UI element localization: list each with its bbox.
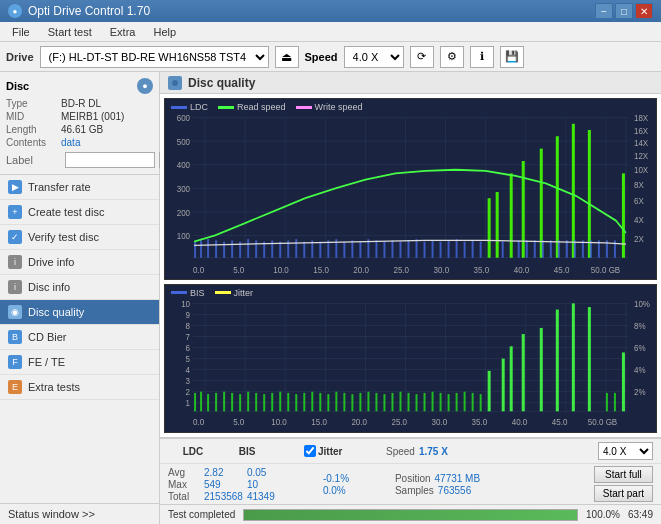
status-window-button[interactable]: Status window >>: [0, 503, 159, 524]
svg-text:25.0: 25.0: [393, 264, 409, 275]
svg-text:8: 8: [186, 320, 190, 331]
speed-select[interactable]: 4.0 X 2.0 X 1.0 X: [344, 46, 404, 68]
svg-rect-102: [588, 130, 591, 258]
start-part-button[interactable]: Start part: [594, 485, 653, 502]
speed-select-stats[interactable]: 4.0 X: [598, 442, 653, 460]
svg-rect-92: [534, 240, 536, 257]
svg-rect-181: [375, 393, 377, 411]
svg-rect-59: [279, 242, 281, 258]
svg-rect-170: [287, 393, 289, 411]
svg-rect-85: [488, 198, 491, 258]
svg-rect-107: [622, 173, 625, 257]
progress-percent: 100.0%: [586, 509, 620, 520]
extra-tests-icon: E: [8, 380, 22, 394]
maximize-button[interactable]: □: [615, 3, 633, 19]
drive-select[interactable]: (F:) HL-DT-ST BD-RE WH16NS58 TST4: [40, 46, 269, 68]
disc-icon: ●: [137, 78, 153, 94]
fe-te-icon: F: [8, 355, 22, 369]
max-ldc-value: 549: [204, 479, 221, 490]
disc-info-icon: i: [8, 280, 22, 294]
minimize-button[interactable]: −: [595, 3, 613, 19]
mid-label: MID: [6, 111, 61, 122]
svg-rect-189: [440, 393, 442, 411]
svg-rect-197: [510, 346, 513, 411]
read-speed-legend-color: [218, 106, 234, 109]
svg-rect-84: [480, 242, 482, 258]
svg-rect-74: [399, 242, 401, 258]
info-button[interactable]: ℹ: [470, 46, 494, 68]
nav-disc-quality-label: Disc quality: [28, 306, 84, 318]
max-bis-value: 10: [247, 479, 291, 490]
svg-rect-68: [351, 240, 353, 257]
nav-extra-tests[interactable]: E Extra tests: [0, 375, 159, 400]
svg-text:35.0: 35.0: [474, 264, 490, 275]
bis-header: BIS: [239, 446, 256, 457]
svg-text:1: 1: [186, 397, 190, 408]
jitter-legend-color: [215, 291, 231, 294]
svg-rect-99: [572, 124, 575, 258]
menu-help[interactable]: Help: [145, 24, 184, 40]
svg-rect-202: [588, 307, 591, 411]
total-bis-value: 41349: [247, 491, 291, 502]
jitter-header: Jitter: [318, 446, 342, 457]
progress-bar-container: [243, 509, 578, 521]
svg-rect-161: [215, 393, 217, 411]
menu-file[interactable]: File: [4, 24, 38, 40]
app-icon: ●: [8, 4, 22, 18]
samples-value: 763556: [438, 485, 471, 496]
svg-rect-174: [319, 393, 321, 411]
save-button[interactable]: 💾: [500, 46, 524, 68]
svg-rect-179: [359, 393, 361, 411]
svg-text:10.0: 10.0: [273, 264, 289, 275]
svg-rect-201: [572, 303, 575, 411]
nav-create-test-disc[interactable]: + Create test disc: [0, 200, 159, 225]
refresh-button[interactable]: ⟳: [410, 46, 434, 68]
drive-info-icon: i: [8, 255, 22, 269]
length-value: 46.61 GB: [61, 124, 103, 135]
nav-fe-te[interactable]: F FE / TE: [0, 350, 159, 375]
ldc-legend-color: [171, 106, 187, 109]
menu-extra[interactable]: Extra: [102, 24, 144, 40]
status-text: Test completed: [168, 509, 235, 520]
svg-rect-75: [407, 240, 409, 257]
nav-fe-te-label: FE / TE: [28, 356, 65, 368]
nav-transfer-rate[interactable]: ▶ Transfer rate: [0, 175, 159, 200]
start-full-button[interactable]: Start full: [594, 466, 653, 483]
nav-cd-bier[interactable]: B CD Bier: [0, 325, 159, 350]
svg-text:300: 300: [177, 183, 190, 194]
write-speed-legend-color: [296, 106, 312, 109]
eject-button[interactable]: ⏏: [275, 46, 299, 68]
svg-rect-199: [540, 328, 543, 411]
contents-label: Contents: [6, 137, 61, 148]
menu-start-test[interactable]: Start test: [40, 24, 100, 40]
quality-header-icon: [168, 76, 182, 90]
svg-text:6X: 6X: [634, 196, 644, 207]
svg-rect-71: [375, 240, 377, 257]
nav-drive-info[interactable]: i Drive info: [0, 250, 159, 275]
svg-text:7: 7: [186, 331, 190, 342]
nav-disc-info[interactable]: i Disc info: [0, 275, 159, 300]
svg-text:9: 9: [186, 309, 190, 320]
nav-verify-test-disc[interactable]: ✓ Verify test disc: [0, 225, 159, 250]
jitter-checkbox[interactable]: [304, 445, 316, 457]
svg-text:6%: 6%: [634, 342, 646, 353]
nav-disc-quality[interactable]: ◉ Disc quality: [0, 300, 159, 325]
svg-rect-198: [522, 334, 525, 411]
chart2-svg: 10 9 8 7 6 5 4 3 2 1 10% 8% 6% 4% 2%: [165, 285, 656, 432]
total-label: Total: [168, 491, 200, 502]
right-panel: Disc quality LDC Read speed: [160, 72, 661, 524]
svg-rect-191: [456, 393, 458, 411]
label-input[interactable]: [65, 152, 155, 168]
bottom-controls: LDC BIS Jitter Speed 1.75 X 4.0 X: [160, 437, 661, 524]
svg-text:500: 500: [177, 136, 190, 147]
svg-text:14X: 14X: [634, 137, 648, 148]
svg-rect-53: [231, 240, 233, 257]
svg-rect-162: [223, 392, 225, 412]
avg-bis-value: 0.05: [247, 467, 291, 478]
svg-text:40.0: 40.0: [512, 416, 528, 427]
close-button[interactable]: ✕: [635, 3, 653, 19]
svg-rect-69: [359, 242, 361, 258]
drive-toolbar: Drive (F:) HL-DT-ST BD-RE WH16NS58 TST4 …: [0, 42, 661, 72]
settings-button[interactable]: ⚙: [440, 46, 464, 68]
svg-text:15.0: 15.0: [313, 264, 329, 275]
